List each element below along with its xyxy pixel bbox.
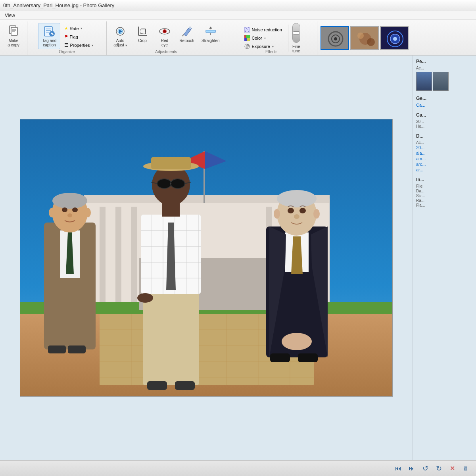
- geotag-section: Ge... Ca...: [416, 96, 473, 107]
- right-panel: Pe... Ac... Ge... Ca... Ca... 20... Ho..…: [413, 56, 476, 460]
- crop-icon: [136, 25, 149, 38]
- properties-button[interactable]: ☰ Properties ▾: [62, 41, 95, 49]
- svg-rect-115: [147, 381, 167, 390]
- svg-rect-29: [246, 28, 247, 29]
- photo-svg: [20, 119, 393, 397]
- svg-marker-119: [291, 236, 303, 274]
- make-copy-button[interactable]: Makea copy: [3, 23, 24, 49]
- retouch-button[interactable]: Retouch: [177, 23, 197, 45]
- effect-thumb-3[interactable]: [380, 26, 409, 50]
- svg-line-22: [182, 35, 184, 36]
- slideshow-button[interactable]: 🖥: [460, 463, 471, 474]
- exposure-dropdown-icon: ▾: [272, 45, 274, 48]
- red-eye-button[interactable]: Redeye: [154, 23, 175, 49]
- info-title: In...: [416, 177, 473, 182]
- straighten-icon: [204, 25, 217, 38]
- svg-point-87: [62, 207, 67, 212]
- desc-link5[interactable]: ar...: [416, 167, 473, 172]
- last-button[interactable]: ⏭: [406, 463, 417, 474]
- svg-point-49: [367, 38, 375, 46]
- descriptive-section: D... Ac... 20... ala... am... arc... ar.…: [416, 133, 473, 172]
- svg-point-84: [52, 193, 87, 209]
- flag-label: Flag: [69, 35, 78, 39]
- people-section: Pe... Ac...: [416, 59, 473, 91]
- svg-rect-28: [245, 27, 246, 28]
- flag-button[interactable]: ⚑ Flag: [62, 33, 95, 40]
- svg-rect-23: [206, 30, 215, 33]
- color-item[interactable]: Color ▾: [242, 35, 284, 42]
- svg-point-123: [277, 190, 317, 207]
- retouch-label: Retouch: [179, 38, 194, 43]
- svg-rect-34: [248, 31, 249, 32]
- people-thumbnails: [416, 72, 473, 91]
- svg-rect-130: [270, 353, 290, 362]
- menu-bar: View: [0, 11, 476, 20]
- svg-text:✎: ✎: [51, 32, 54, 36]
- svg-point-53: [393, 37, 397, 41]
- svg-point-41: [246, 45, 248, 48]
- main-area: Pe... Ac... Ge... Ca... Ca... 20... Ho..…: [0, 56, 476, 460]
- svg-point-89: [67, 213, 72, 217]
- svg-point-110: [171, 179, 185, 188]
- flag-icon: ⚑: [64, 34, 68, 39]
- caption-line1: 20...: [416, 119, 473, 124]
- desc-link4[interactable]: arc...: [416, 162, 473, 167]
- effect-thumb-1[interactable]: [321, 26, 349, 50]
- noise-icon: [244, 27, 250, 33]
- svg-rect-108: [151, 157, 191, 169]
- auto-adjust-button[interactable]: Autoadjust ▾: [110, 23, 131, 49]
- desc-link3[interactable]: am...: [416, 156, 473, 161]
- people-subtitle: Ac...: [416, 66, 473, 70]
- svg-rect-37: [246, 35, 250, 38]
- section-label-adjustments: Adjustments: [107, 50, 226, 54]
- ribbon-section-effects: Noise reduction Color ▾: [226, 21, 317, 55]
- first-button[interactable]: ⏮: [393, 463, 404, 474]
- title-text: 0th_Anniversary_Parl_House.jpg - Photo G…: [3, 2, 114, 8]
- divider-effects: [288, 25, 288, 52]
- svg-rect-58: [100, 207, 106, 302]
- person-thumb-1: [416, 72, 432, 91]
- desc-link2[interactable]: ala...: [416, 151, 473, 155]
- effects-checkboxes: Noise reduction Color ▾: [242, 26, 284, 50]
- svg-point-86: [84, 208, 91, 217]
- exposure-item[interactable]: Exposure ▾: [242, 43, 284, 50]
- svg-point-21: [163, 30, 166, 33]
- tag-caption-button[interactable]: ✎ Tag andcaption: [38, 23, 60, 49]
- svg-rect-39: [247, 38, 250, 41]
- rate-button[interactable]: ★ Rate ▾: [62, 25, 95, 32]
- svg-point-129: [282, 333, 312, 350]
- red-eye-label: Redeye: [161, 38, 168, 47]
- main-photo: [20, 119, 393, 397]
- info-date: Da...: [416, 189, 473, 193]
- rotate-left-button[interactable]: ↺: [420, 463, 431, 474]
- color-icon: [244, 35, 250, 41]
- menu-view[interactable]: View: [2, 12, 18, 19]
- svg-point-128: [294, 214, 299, 219]
- fine-tune-slider[interactable]: [292, 23, 300, 43]
- svg-point-114: [137, 293, 153, 303]
- caption-title: Ca...: [416, 112, 473, 118]
- straighten-button[interactable]: Straighten: [199, 23, 223, 45]
- svg-point-45: [334, 37, 337, 40]
- geotag-link[interactable]: Ca...: [416, 103, 473, 107]
- crop-button[interactable]: Crop: [132, 23, 153, 45]
- desc-line1: Ac...: [416, 140, 473, 145]
- ribbon-section-file: Makea copy: [0, 21, 27, 55]
- straighten-label: Straighten: [202, 38, 220, 43]
- rotate-right-button[interactable]: ↻: [433, 463, 444, 474]
- svg-rect-31: [246, 30, 246, 31]
- properties-dropdown-arrow: ▾: [92, 44, 93, 47]
- svg-rect-131: [298, 353, 318, 362]
- svg-point-124: [274, 209, 280, 219]
- svg-point-85: [49, 208, 55, 217]
- effect-thumb-2[interactable]: [350, 26, 379, 50]
- noise-reduction-item[interactable]: Noise reduction: [242, 26, 284, 33]
- desc-link1[interactable]: 20...: [416, 145, 473, 150]
- crop-label: Crop: [138, 38, 147, 43]
- svg-rect-32: [248, 29, 248, 30]
- svg-marker-26: [209, 27, 212, 29]
- info-section: In... File: Da... Siz... Ra... Fla...: [416, 177, 473, 207]
- svg-rect-91: [68, 345, 86, 353]
- delete-button[interactable]: ✕: [447, 463, 458, 474]
- person-thumb-2: [433, 72, 449, 91]
